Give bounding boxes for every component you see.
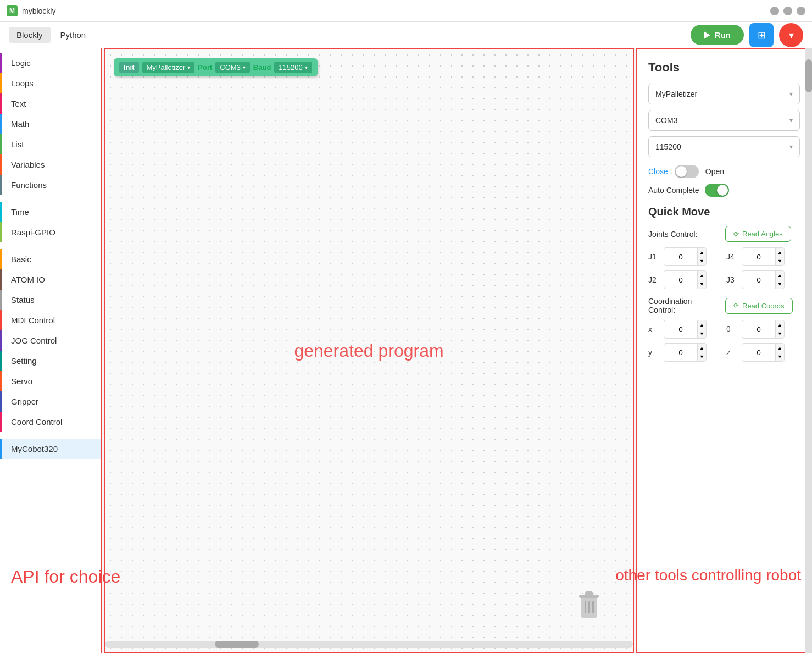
vertical-scrollbar[interactable]	[805, 48, 812, 653]
port-select[interactable]: COM3 ▾	[648, 110, 800, 131]
app-icon: M	[7, 5, 18, 16]
minimize-button[interactable]	[770, 7, 779, 15]
joint-j2-up[interactable]: ▲	[697, 271, 706, 280]
joint-j3-input-wrap: ▲ ▼	[742, 270, 785, 289]
dropdown-button[interactable]: ▾	[779, 23, 803, 47]
trash-icon[interactable]	[578, 591, 600, 619]
coord-z-input[interactable]	[742, 346, 775, 359]
joint-j3-up[interactable]: ▲	[775, 271, 784, 280]
close-button[interactable]	[797, 7, 805, 15]
sidebar-item-setting[interactable]: Setting	[0, 351, 101, 371]
port-value: COM3	[220, 63, 241, 71]
sidebar-item-jog[interactable]: JOG Control	[0, 330, 101, 351]
sidebar-item-raspi[interactable]: Raspi-GPIO	[0, 222, 101, 242]
init-label: Init	[119, 62, 139, 73]
connection-toggle[interactable]	[675, 165, 699, 178]
coord-theta-input[interactable]	[742, 323, 775, 336]
joint-j3-label: J3	[726, 275, 738, 284]
tools-title: Tools	[648, 60, 800, 75]
joint-j4-up[interactable]: ▲	[775, 248, 784, 257]
sidebar-item-mdi[interactable]: MDI Control	[0, 310, 101, 330]
generated-program-text: generated program	[294, 341, 443, 361]
grid-icon: ⊞	[758, 29, 766, 41]
auto-complete-toggle[interactable]	[705, 184, 729, 197]
coord-theta-input-wrap: ▲ ▼	[742, 320, 785, 339]
joint-j2-input[interactable]	[664, 273, 697, 287]
sidebar-item-text[interactable]: Text	[0, 93, 101, 114]
coord-theta-down[interactable]: ▼	[775, 329, 784, 338]
port-dropdown[interactable]: COM3 ▾	[215, 62, 250, 73]
sidebar-item-atomio[interactable]: ATOM IO	[0, 269, 101, 290]
coord-x-input[interactable]	[664, 323, 697, 336]
joint-j1-up[interactable]: ▲	[697, 248, 706, 257]
open-label: Open	[705, 167, 724, 176]
coords-grid: x ▲ ▼ θ ▲ ▼	[648, 320, 800, 362]
baud-select[interactable]: 115200 ▾	[648, 136, 800, 157]
tab-blockly[interactable]: Blockly	[9, 27, 51, 43]
workspace-inner: Init MyPalletizer ▾ Port COM3 ▾ Baud 115…	[105, 49, 633, 85]
joint-j3-down[interactable]: ▼	[775, 280, 784, 289]
coord-y-stepper: ▲ ▼	[697, 344, 706, 361]
joint-j2-down[interactable]: ▼	[697, 280, 706, 289]
joint-j4-input[interactable]	[742, 250, 775, 264]
port-label: Port	[198, 63, 212, 71]
sidebar-item-coord[interactable]: Coord Control	[0, 412, 101, 432]
joint-j3-stepper: ▲ ▼	[775, 271, 784, 289]
scrollbar-thumb[interactable]	[215, 641, 259, 648]
auto-complete-label: Auto Complete	[648, 186, 699, 195]
coord-x-up[interactable]: ▲	[697, 320, 706, 329]
sidebar-item-list[interactable]: List	[0, 134, 101, 154]
joint-j2-stepper: ▲ ▼	[697, 271, 706, 289]
baud-dropdown-arrow: ▾	[305, 64, 308, 70]
sidebar-item-math[interactable]: Math	[0, 114, 101, 134]
joint-j3-row: J3 ▲ ▼	[726, 270, 800, 289]
init-block[interactable]: Init MyPalletizer ▾ Port COM3 ▾ Baud 115…	[114, 58, 318, 76]
robot-dropdown[interactable]: MyPalletizer ▾	[142, 62, 195, 73]
api-for-choice-label: API for choice	[11, 567, 615, 587]
coord-y-down[interactable]: ▼	[697, 352, 706, 361]
sidebar-item-loops[interactable]: Loops	[0, 73, 101, 93]
sidebar-divider-2	[0, 242, 101, 249]
joints-grid: J1 ▲ ▼ J4 ▲ ▼	[648, 247, 800, 289]
read-coords-button[interactable]: ⟳ Read Coords	[725, 298, 793, 314]
coord-y-input[interactable]	[664, 346, 697, 359]
sidebar-item-servo[interactable]: Servo	[0, 371, 101, 391]
joints-control-row: Joints Control: ⟳ Read Angles	[648, 226, 800, 242]
tab-python[interactable]: Python	[53, 27, 94, 43]
joint-j1-input-wrap: ▲ ▼	[664, 247, 707, 266]
horizontal-scrollbar[interactable]	[105, 641, 633, 648]
vertical-scrollbar-thumb[interactable]	[805, 59, 812, 92]
coord-x-down[interactable]: ▼	[697, 329, 706, 338]
run-button[interactable]: Run	[691, 25, 744, 45]
joint-j1-down[interactable]: ▼	[697, 257, 706, 265]
quick-move-title: Quick Move	[648, 206, 800, 218]
joint-j1-input[interactable]	[664, 250, 697, 264]
sidebar-item-functions[interactable]: Functions	[0, 175, 101, 195]
sidebar-item-time[interactable]: Time	[0, 202, 101, 222]
joint-j3-input[interactable]	[742, 273, 775, 287]
sidebar-item-status[interactable]: Status	[0, 290, 101, 310]
joint-j4-down[interactable]: ▼	[775, 257, 784, 265]
joint-j1-stepper: ▲ ▼	[697, 248, 706, 265]
coord-z-down[interactable]: ▼	[775, 352, 784, 361]
play-icon	[704, 31, 710, 39]
coord-y-up[interactable]: ▲	[697, 344, 706, 352]
sidebar-item-variables[interactable]: Variables	[0, 154, 101, 175]
app-title: myblockly	[22, 7, 770, 15]
coord-z-up[interactable]: ▲	[775, 344, 784, 352]
joint-j2-label: J2	[648, 275, 660, 284]
sidebar-item-logic[interactable]: Logic	[0, 53, 101, 73]
maximize-button[interactable]	[783, 7, 792, 15]
sidebar-item-basic[interactable]: Basic	[0, 249, 101, 269]
read-angles-button[interactable]: ⟳ Read Angles	[725, 226, 791, 242]
robot-select[interactable]: MyPalletizer ▾	[648, 84, 800, 104]
titlebar: M myblockly	[0, 0, 812, 22]
baud-dropdown[interactable]: 115200 ▾	[274, 62, 312, 73]
toggle-thumb	[676, 166, 687, 177]
grid-button[interactable]: ⊞	[749, 23, 774, 47]
sidebar-item-gripper[interactable]: Gripper	[0, 391, 101, 412]
sidebar-item-mycobot[interactable]: MyCobot320	[0, 439, 101, 459]
coord-theta-label: θ	[726, 325, 738, 334]
joint-j2-input-wrap: ▲ ▼	[664, 270, 707, 289]
coord-theta-up[interactable]: ▲	[775, 320, 784, 329]
